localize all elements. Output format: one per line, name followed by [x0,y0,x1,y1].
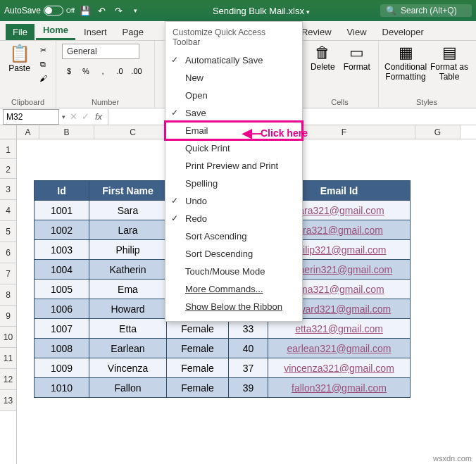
menu-item-redo[interactable]: Redo [165,210,302,227]
row-header-8[interactable]: 8 [0,284,16,306]
cell-gender[interactable]: Female [167,378,229,398]
cell-email[interactable]: earlean321@gmail.com [268,339,411,358]
cell-gender[interactable]: Female [167,339,229,358]
row-header-7[interactable]: 7 [0,263,16,284]
cell-id[interactable]: 1001 [35,201,89,220]
autosave-toggle[interactable]: AutoSave Off [4,6,75,15]
tab-view[interactable]: View [340,24,374,40]
row-header-12[interactable]: 12 [0,369,16,390]
comma-icon[interactable]: , [96,65,110,77]
cell-id[interactable]: 1005 [35,280,89,299]
row-header-10[interactable]: 10 [0,327,16,348]
cell-first[interactable]: Lara [89,220,167,240]
cell-id[interactable]: 1009 [35,358,89,378]
email-link[interactable]: vincenza321@gmail.com [284,363,394,374]
cell-first[interactable]: Katherin [89,260,167,280]
undo-icon[interactable]: ↶ [96,4,108,17]
menu-item-touch-mouse-mode[interactable]: Touch/Mouse Mode [165,263,302,280]
cell-age[interactable]: 39 [229,378,268,398]
name-box[interactable]: M32 [3,109,59,125]
menu-item-new[interactable]: New [165,69,302,87]
save-icon[interactable]: 💾 [79,4,92,17]
cell-first[interactable]: Howard [89,299,167,319]
cell-id[interactable]: 1006 [35,299,89,319]
row-header-13[interactable]: 13 [0,390,16,411]
row-header-11[interactable]: 11 [0,348,16,369]
currency-icon[interactable]: $ [62,65,76,77]
col-header-C[interactable]: C [94,125,172,139]
enter-icon[interactable]: ✓ [82,111,89,122]
menu-item-print-preview-and-print[interactable]: Print Preview and Print [165,157,302,175]
decrease-decimal-icon[interactable]: .00 [130,65,144,77]
chevron-down-icon[interactable]: ▾ [306,8,310,15]
tab-developer[interactable]: Developer [375,24,431,40]
fx-icon[interactable]: fx [89,111,108,122]
cell-first[interactable]: Vincenza [89,358,167,378]
email-link[interactable]: fallon321@gmail.com [292,382,387,394]
cell-first[interactable]: Philip [89,240,167,260]
cell-id[interactable]: 1003 [35,240,89,260]
cell-id[interactable]: 1002 [35,220,89,240]
menu-item-sort-descending[interactable]: Sort Descending [165,245,302,263]
cut-icon[interactable]: ✂ [36,44,50,56]
cell-first[interactable]: Ema [89,280,167,299]
copy-icon[interactable]: ⧉ [36,58,50,70]
email-link[interactable]: earlean321@gmail.com [287,343,391,354]
toggle-off-icon[interactable] [44,6,63,15]
row-header-6[interactable]: 6 [0,242,16,263]
cell-age[interactable]: 40 [229,339,268,358]
cell-age[interactable]: 37 [229,358,268,378]
cell-email[interactable]: fallon321@gmail.com [268,378,411,398]
cell-id[interactable]: 1008 [35,339,89,358]
row-header-9[interactable]: 9 [0,306,16,327]
menu-item-open[interactable]: Open [165,87,302,104]
cell-gender[interactable]: Female [167,358,229,378]
conditional-formatting-button[interactable]: ▦ConditionalFormatting [384,44,427,82]
row-header-3[interactable]: 3 [0,179,16,200]
menu-item-undo[interactable]: Undo [165,192,302,210]
search-input[interactable]: 🔍 Search (Alt+Q) [380,4,472,17]
number-format-select[interactable]: General [62,44,139,59]
menu-item-sort-ascending[interactable]: Sort Ascending [165,227,302,245]
col-header-A[interactable]: A [17,125,39,139]
cell-id[interactable]: 1004 [35,260,89,280]
cell-id[interactable]: 1010 [35,378,89,398]
cell-first[interactable]: Etta [89,319,167,339]
tab-insert[interactable]: Insert [77,24,114,40]
cancel-icon[interactable]: ✕ [65,111,82,122]
cell-first[interactable]: Fallon [89,378,167,398]
email-link[interactable]: lara321@gmail.com [295,225,383,236]
paste-button[interactable]: 📋 Paste [6,44,33,73]
tab-file[interactable]: File [6,24,35,40]
menu-item-save[interactable]: Save [165,104,302,122]
menu-item-spelling[interactable]: Spelling [165,175,302,192]
row-header-2[interactable]: 2 [0,159,16,179]
col-header-B[interactable]: B [39,125,94,139]
email-link[interactable]: ema321@gmail.com [294,284,384,295]
cell-first[interactable]: Sara [89,201,167,220]
cell-first[interactable]: Earlean [89,339,167,358]
percent-icon[interactable]: % [79,65,93,77]
email-link[interactable]: philip321@gmail.com [292,244,386,256]
tab-home[interactable]: Home [36,22,75,40]
menu-item-automatically-save[interactable]: Automatically Save [165,51,302,69]
cell-id[interactable]: 1007 [35,319,89,339]
redo-icon[interactable]: ↷ [113,4,125,17]
format-painter-icon[interactable]: 🖌 [36,72,50,84]
menu-item-more-commands-[interactable]: More Commands... [165,280,302,298]
row-header-1[interactable]: 1 [0,139,16,159]
format-button[interactable]: ▭Format [342,44,373,72]
format-as-table-button[interactable]: ▤Format asTable [430,44,469,82]
menu-item-quick-print[interactable]: Quick Print [165,139,302,157]
increase-decimal-icon[interactable]: .0 [113,65,127,77]
email-link[interactable]: sara321@gmail.com [294,205,384,216]
qat-dropdown-icon[interactable]: ▾ [130,4,142,17]
tab-page[interactable]: Page [115,24,151,40]
menu-item-show-below-the-ribbon[interactable]: Show Below the Ribbon [165,298,302,315]
row-header-4[interactable]: 4 [0,200,16,221]
row-header-5[interactable]: 5 [0,221,16,242]
email-link[interactable]: etta321@gmail.com [295,323,383,334]
col-header-G[interactable]: G [415,125,461,139]
select-all-corner[interactable] [0,125,17,139]
delete-button[interactable]: 🗑Delete [307,44,339,72]
